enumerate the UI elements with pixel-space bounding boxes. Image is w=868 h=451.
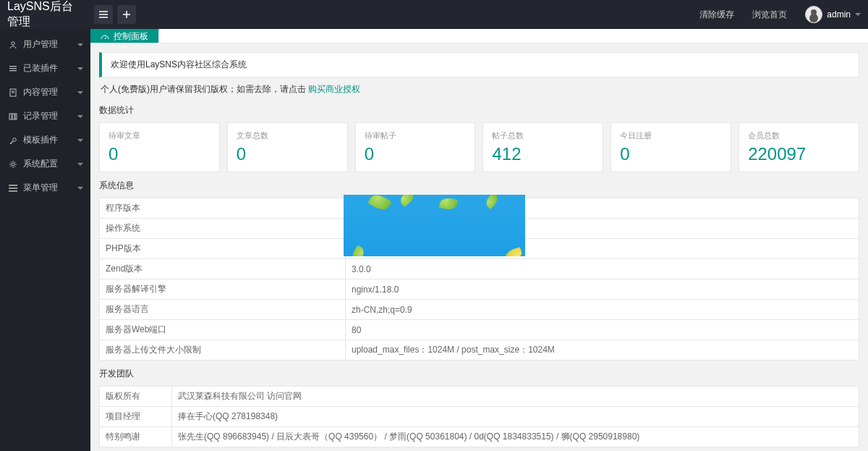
sys-key: PHP版本 bbox=[100, 239, 346, 259]
table-row: 版权所有武汉莱森科技有限公司 访问官网 bbox=[100, 387, 859, 407]
dev-title: 开发团队 bbox=[99, 368, 859, 380]
sidebar-toggle-button[interactable] bbox=[94, 5, 113, 24]
stat-pending-posts: 待审帖子 0 bbox=[355, 122, 476, 172]
sidebar: 用户管理 已装插件 内容管理 记录管理 模板插件 bbox=[0, 29, 90, 451]
header: LaySNS后台管理 清除缓存 浏览首页 admin bbox=[0, 0, 868, 29]
log-icon bbox=[7, 112, 19, 121]
add-button[interactable] bbox=[117, 5, 136, 24]
admin-name: admin bbox=[827, 9, 851, 20]
table-row: 服务器上传文件大小限制upload_max_files：1024M / post… bbox=[100, 340, 859, 361]
stat-label: 待审帖子 bbox=[365, 130, 467, 141]
svg-point-0 bbox=[12, 41, 14, 44]
tab-control-panel[interactable]: 控制面板 bbox=[90, 29, 159, 43]
main: 控制面板 欢迎使用LaySNS内容社区综合系统 个人(免费版)用户请保留我们版权… bbox=[90, 29, 868, 451]
tab-label: 控制面板 bbox=[114, 30, 148, 43]
sidebar-item-templates[interactable]: 模板插件 bbox=[0, 128, 90, 152]
sidebar-item-label: 记录管理 bbox=[23, 110, 58, 122]
stat-label: 待审文章 bbox=[109, 130, 210, 141]
stats-row: 待审文章 0 文章总数 0 待审帖子 0 帖子总数 412 bbox=[99, 122, 859, 172]
sys-key: Zend版本 bbox=[100, 259, 346, 279]
svg-rect-7 bbox=[15, 114, 17, 119]
sidebar-item-plugins[interactable]: 已装插件 bbox=[0, 56, 90, 80]
dev-val: 捧在手心(QQ 278198348) bbox=[172, 407, 859, 427]
sidebar-item-menus[interactable]: 菜单管理 bbox=[0, 176, 90, 200]
svg-rect-6 bbox=[12, 114, 14, 119]
plugin-icon bbox=[7, 64, 19, 73]
svg-rect-1 bbox=[9, 68, 17, 69]
gear-icon bbox=[7, 160, 19, 169]
sys-key: 服务器Web端口 bbox=[100, 320, 346, 340]
table-row: PHP版本 bbox=[100, 239, 859, 259]
sys-val: 3.0.0 bbox=[346, 259, 859, 279]
license-note: 个人(免费版)用户请保留我们版权；如需去除，请点击 购买商业授权 bbox=[99, 83, 859, 96]
stat-total-posts: 帖子总数 412 bbox=[482, 122, 603, 172]
stat-label: 会员总数 bbox=[748, 130, 850, 141]
sidebar-item-label: 用户管理 bbox=[23, 38, 58, 51]
table-row: 服务器Web端口80 bbox=[100, 320, 859, 340]
plus-icon bbox=[123, 11, 130, 18]
stat-pending-articles: 待审文章 0 bbox=[99, 122, 220, 172]
chevron-down-icon bbox=[77, 139, 83, 142]
logo: LaySNS后台管理 bbox=[7, 0, 83, 30]
sys-key: 服务器上传文件大小限制 bbox=[100, 340, 346, 361]
menu-icon bbox=[99, 11, 108, 18]
stat-value: 0 bbox=[365, 144, 467, 164]
sidebar-item-label: 内容管理 bbox=[23, 86, 58, 98]
dev-table: 版权所有武汉莱森科技有限公司 访问官网 项目经理捧在手心(QQ 27819834… bbox=[99, 386, 859, 447]
sidebar-item-label: 已装插件 bbox=[23, 62, 58, 75]
sys-val: nginx/1.18.0 bbox=[346, 279, 859, 300]
table-row: 程序版本 bbox=[100, 198, 859, 219]
menu-icon bbox=[7, 185, 19, 192]
avatar bbox=[805, 6, 822, 23]
table-row: 服务器语言zh-CN,zh;q=0.9 bbox=[100, 300, 859, 320]
sidebar-item-label: 模板插件 bbox=[23, 134, 58, 146]
dev-val: 张先生(QQ 896683945) / 日辰大表哥（QQ 439560） / 梦… bbox=[172, 427, 859, 447]
welcome-text: 欢迎使用LaySNS内容社区综合系统 bbox=[111, 59, 247, 69]
table-row: 项目经理捧在手心(QQ 278198348) bbox=[100, 407, 859, 427]
sysinfo-table: 程序版本 操作系统 PHP版本 Zend版本3.0.0 服务器解译引擎nginx… bbox=[99, 198, 859, 361]
sys-key: 操作系统 bbox=[100, 219, 346, 239]
dev-key: 版权所有 bbox=[100, 387, 172, 407]
welcome-notice: 欢迎使用LaySNS内容社区综合系统 bbox=[99, 52, 859, 77]
stat-value: 0 bbox=[109, 144, 210, 164]
chevron-down-icon bbox=[77, 187, 83, 190]
sys-val bbox=[346, 219, 859, 239]
clear-cache-link[interactable]: 清除缓存 bbox=[699, 9, 734, 21]
sys-key: 服务器语言 bbox=[100, 300, 346, 320]
table-row: Zend版本3.0.0 bbox=[100, 259, 859, 279]
dev-key: 特别鸣谢 bbox=[100, 427, 172, 447]
sidebar-item-users[interactable]: 用户管理 bbox=[0, 33, 90, 56]
dev-key: 项目经理 bbox=[100, 407, 172, 427]
sys-val: 80 bbox=[346, 320, 859, 340]
stat-label: 文章总数 bbox=[237, 130, 339, 141]
sidebar-item-content[interactable]: 内容管理 bbox=[0, 80, 90, 104]
svg-rect-5 bbox=[9, 114, 12, 119]
svg-point-8 bbox=[12, 163, 14, 166]
admin-menu[interactable]: admin bbox=[805, 6, 861, 23]
chevron-down-icon bbox=[77, 91, 83, 94]
svg-rect-3 bbox=[9, 66, 17, 67]
stat-total-articles: 文章总数 0 bbox=[227, 122, 348, 172]
sidebar-item-settings[interactable]: 系统配置 bbox=[0, 152, 90, 176]
sidebar-item-label: 菜单管理 bbox=[23, 182, 58, 194]
stat-today-register: 今日注册 0 bbox=[610, 122, 731, 172]
stat-total-members: 会员总数 220097 bbox=[739, 122, 859, 172]
dev-val: 武汉莱森科技有限公司 访问官网 bbox=[172, 387, 859, 407]
tabs: 控制面板 bbox=[90, 29, 868, 43]
sys-key: 服务器解译引擎 bbox=[100, 279, 346, 300]
sys-val bbox=[346, 239, 859, 259]
stat-value: 0 bbox=[237, 144, 339, 164]
chevron-down-icon bbox=[77, 43, 83, 46]
view-site-link[interactable]: 浏览首页 bbox=[752, 9, 787, 21]
sys-val bbox=[346, 198, 859, 219]
stat-value: 220097 bbox=[748, 144, 850, 164]
stats-title: 数据统计 bbox=[99, 104, 859, 117]
license-text: 个人(免费版)用户请保留我们版权；如需去除，请点击 bbox=[101, 84, 308, 94]
table-row: 操作系统 bbox=[100, 219, 859, 239]
svg-rect-2 bbox=[9, 70, 17, 71]
sysinfo-title: 系统信息 bbox=[99, 180, 859, 192]
sidebar-item-label: 系统配置 bbox=[23, 158, 58, 170]
stat-value: 412 bbox=[492, 144, 594, 164]
sidebar-item-logs[interactable]: 记录管理 bbox=[0, 104, 90, 128]
buy-license-link[interactable]: 购买商业授权 bbox=[308, 84, 360, 94]
